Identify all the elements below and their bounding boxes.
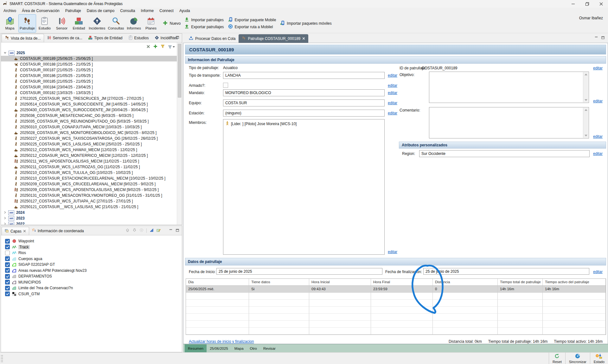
layer-checkbox[interactable] <box>5 256 10 261</box>
tree-item-patrol[interactable]: COSTASUR_000186 [21/05/25 - 21/05/25 ] <box>1 73 177 79</box>
menu-archivo[interactable]: Archivo <box>1 8 19 14</box>
tree-scrollbar[interactable] <box>177 42 182 225</box>
action-importar-patrullajes[interactable]: Importar patrullajes <box>184 17 224 23</box>
tree-item-patrol[interactable]: COSTASUR_000182 [13/03/25 - 13/03/25 ] <box>1 90 177 96</box>
menu-consulta[interactable]: Consulta <box>117 8 138 14</box>
objetivo-scrollbar[interactable] <box>583 72 588 102</box>
layer-checkbox[interactable] <box>5 268 10 273</box>
status-reset[interactable]: Reset <box>549 353 565 364</box>
fecha-inicio-field[interactable] <box>216 268 382 275</box>
layer-sigap-022023ap-gt[interactable]: SIGAP 022023AP GT <box>1 262 182 268</box>
tree-item-patrol[interactable]: COSTASUR_000185 [21/05/25 - 21/05/25 ] <box>1 79 177 84</box>
move-layer-up-icon[interactable] <box>125 228 130 233</box>
chevron-right-icon[interactable] <box>3 216 6 220</box>
editar-fechas-link[interactable]: editar <box>593 270 603 274</box>
layer-checkbox[interactable] <box>5 274 10 279</box>
tab-informacion-coordenada[interactable]: Información de coordenada <box>29 227 87 235</box>
layer-limite-del-rea-de-conservaci-n[interactable]: Limite del ?rea de Conservaci?n <box>1 285 182 291</box>
estacion-field[interactable] <box>223 110 385 117</box>
edit-map-icon[interactable] <box>157 228 161 233</box>
action-importar-paquetes-m-viles[interactable]: Importar paquetes móviles <box>280 21 331 26</box>
tab-capas[interactable]: Capas <box>2 227 29 235</box>
tab-procesar-datos[interactable]: Procesar Datos en Cola <box>186 34 239 43</box>
tab-patrullaje-costasur[interactable]: Patrullaje COSTASUR_000189 <box>239 34 308 43</box>
menu-ayuda[interactable]: Ayuda <box>176 8 193 14</box>
tree-year-2024[interactable]: 3652024 <box>1 210 177 215</box>
layer-checkbox[interactable] <box>5 262 10 267</box>
objetivo-textarea[interactable] <box>429 72 589 103</box>
layer-checkbox[interactable] <box>5 239 10 244</box>
maximize-panel-icon[interactable] <box>176 228 179 233</box>
tree-year-2023[interactable]: 3652023 <box>1 215 177 221</box>
member-row[interactable]: [Lider. ] [Piloto] Jose Moreira [WCS-10] <box>223 119 384 128</box>
tree-item-patrol[interactable]: 20250227_COSTASUR_WCS_TAXISCOSANTAROSA_O… <box>1 136 177 141</box>
minimize-panel-icon[interactable] <box>169 35 173 40</box>
status-estado[interactable]: Estado <box>590 353 608 364</box>
minimize-window-button[interactable] <box>566 0 580 8</box>
editar-comentario-link[interactable]: editar <box>593 134 603 139</box>
scroll-down-icon[interactable] <box>583 98 588 102</box>
layer-waypoint[interactable]: Waypoint <box>1 238 182 244</box>
table-row[interactable]: 25/06/2025 mié.Si09:43:4323:59:59014h 16… <box>186 286 606 293</box>
scroll-up-icon[interactable] <box>583 72 588 77</box>
action-exportar-ruta-a-mobilel[interactable]: Exportar ruta a Mobilel <box>228 24 276 30</box>
menu-connect[interactable]: Connect <box>157 8 176 14</box>
tree-item-patrol[interactable]: COSTASUR_000189 [25/06/25 - 25/06/25 ] <box>1 56 177 61</box>
chevron-right-icon[interactable] <box>3 222 6 225</box>
add-patrol-icon[interactable] <box>153 44 157 49</box>
chevron-right-icon[interactable] <box>3 210 6 215</box>
tree-year-2022[interactable]: 3652022 <box>1 221 177 225</box>
close-tab-icon[interactable] <box>302 36 305 41</box>
close-window-button[interactable] <box>594 0 608 8</box>
layer-csur-gtm[interactable]: CSUR_GTM <box>1 291 182 297</box>
comentario-scrollbar[interactable] <box>583 108 588 138</box>
bottom-tab-mapa[interactable]: Mapa <box>231 344 247 352</box>
tree-item-patrol[interactable]: 20250212_COSASUR_WCS_MONTERRICO_MECM [12… <box>1 153 177 158</box>
tree-item-patrol[interactable]: 20250211_COSTASUR_WCS_LASTROZAS_OG [11/0… <box>1 164 177 170</box>
tree-year-2025[interactable]: 3652025 <box>1 50 177 56</box>
tipo-transporte-field[interactable] <box>223 72 385 79</box>
tree-item-patrol[interactable]: COSTASUR_000188 [21/05/25 - 21/05/25 ] <box>1 61 177 67</box>
layer-municipios[interactable]: MUNICIPIOS <box>1 279 182 285</box>
tree-item-patrol[interactable]: 20250209_COSTASUR_WCS_APOSENTOLASLISAS_M… <box>1 187 177 193</box>
scroll-up-icon[interactable] <box>583 108 588 112</box>
nuevo-button[interactable]: Nuevo <box>162 20 181 27</box>
scroll-down-icon[interactable] <box>583 133 588 138</box>
tree-item-patrol[interactable]: 2025035_COSTASUR_WCS_REUNIONDIPUTADO_OG … <box>1 118 177 124</box>
toolbar-incidentes[interactable]: Incidentes <box>87 14 106 33</box>
minimize-panel-icon[interactable] <box>169 228 173 233</box>
editar-id-link[interactable]: editar <box>593 66 603 70</box>
tree-item-patrol[interactable]: 20250225_COSTASUR_WCS_LASLISAS_MECM [25/… <box>1 141 177 147</box>
layer-checkbox[interactable] <box>5 245 10 249</box>
layer-areas-nuevas-apm-potencialesgt-nov23[interactable]: Areas nuevas APM Potencialesgt Nov23 <box>1 268 182 274</box>
minimize-panel-icon[interactable] <box>594 36 598 41</box>
tree-item-patrol[interactable]: 20250210_COSTASUR_ESTACIONCRUCEELARENAL_… <box>1 176 177 181</box>
tab-vista-de-lista-de[interactable]: Vista de lista de... <box>2 34 44 42</box>
toolbar-mapa[interactable]: Mapa <box>1 14 18 33</box>
maximize-panel-icon[interactable] <box>176 35 179 40</box>
tree-item-patrol[interactable]: 20250121_COSTASUR__WCS_LASLISAS_MC [21/0… <box>1 204 177 210</box>
tree-item-patrol[interactable]: 27022025_COSTASUR_WCS_TRESCRUCES_JM [27/… <box>1 96 177 101</box>
actualizar-horas-link[interactable]: Actualizar horas de inicio y finalizacio… <box>189 339 254 344</box>
tree-item-patrol[interactable]: 20250209_COSTASUR_WCS_CRUCEELAREANAL_MEC… <box>1 181 177 187</box>
toolbar-informes[interactable]: Informes <box>125 14 143 33</box>
layer-checkbox[interactable] <box>5 251 10 255</box>
tree-item-patrol[interactable]: 20250310_COSTASUR_CONAPJUTIAPA_MECM [10/… <box>1 124 177 130</box>
layer-rios[interactable]: Rios <box>1 250 182 256</box>
editar-transporte-link[interactable]: editar <box>388 73 397 78</box>
bottom-tab-resumen[interactable]: Resumen <box>185 344 207 352</box>
menu-informe[interactable]: Informe <box>138 8 157 14</box>
filter-icon[interactable] <box>168 45 175 49</box>
menu-rea-de-conservaci-n[interactable]: Área de Conservación <box>19 8 62 14</box>
status-sincronizar[interactable]: Sincronizar <box>565 353 590 364</box>
tab-estudios[interactable]: Estudios <box>125 34 152 42</box>
menu-patrullaje[interactable]: Patrullaje <box>62 8 84 14</box>
tree-item-patrol[interactable]: 20250131_COSTASUR_MESACONTROLYMONITOREO_… <box>1 193 177 198</box>
layer-checkbox[interactable] <box>5 280 10 284</box>
tree-item-patrol[interactable]: COSTASUR_000184 [23/04/25 - 23/04/25 ] <box>1 84 177 90</box>
editar-objetivo-link[interactable]: editar <box>593 99 603 103</box>
tree-item-patrol[interactable]: 20250211_WCS_APOSENTOLASLISAS_MECM [11/0… <box>1 158 177 164</box>
editar-estacion-link[interactable]: editar <box>388 111 397 115</box>
close-tab-icon[interactable] <box>23 229 26 233</box>
tree-item-patrol[interactable]: COSTASUR_000187 [21/05/25 - 21/05/25 ] <box>1 67 177 73</box>
